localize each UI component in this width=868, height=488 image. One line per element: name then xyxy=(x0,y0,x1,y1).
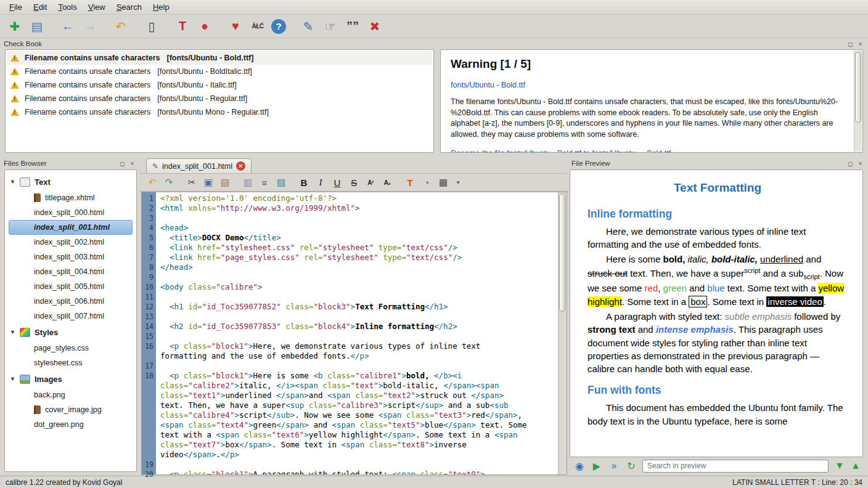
insert-tag-icon[interactable]: ◔ xyxy=(419,175,434,190)
file-item[interactable]: dot_green.png xyxy=(9,417,133,432)
file-item[interactable]: index_split_007.html xyxy=(9,309,133,323)
preview-search-input[interactable] xyxy=(642,460,829,473)
menu-edit[interactable]: Edit xyxy=(28,1,52,14)
issue-file: [fonts/Ubuntu Mono - Regular.ttf] xyxy=(157,108,269,116)
file-name: index_split_003.html xyxy=(34,253,104,261)
menu-view[interactable]: View xyxy=(83,1,111,14)
preview-document: Text FormattingInline formattingHere, we… xyxy=(570,169,863,457)
insert-image-icon[interactable]: ▧ xyxy=(274,175,289,190)
cut-icon[interactable]: ✂ xyxy=(184,175,199,190)
editor-scrollbar[interactable] xyxy=(558,192,567,474)
menu-file[interactable]: File xyxy=(4,1,28,14)
issue-row[interactable]: Filename contains unsafe characters[font… xyxy=(7,65,432,78)
detail-scrollbar[interactable] xyxy=(854,51,862,152)
refresh-preview-icon[interactable]: ↻ xyxy=(624,459,638,473)
smarten-punctuation-icon[interactable]: ”” xyxy=(344,18,361,35)
file-item[interactable]: index_split_006.html xyxy=(9,294,133,309)
preview-heading: Text Formatting xyxy=(588,180,848,197)
float-panel-icon[interactable]: ◻ xyxy=(846,40,854,48)
issue-row[interactable]: Filename contains unsafe characters[font… xyxy=(7,51,432,65)
underline-icon[interactable]: U xyxy=(330,175,345,190)
insert-file-icon[interactable]: ▥ xyxy=(240,175,255,190)
table-dropdown-icon[interactable]: ▾ xyxy=(452,175,467,190)
code-line: text. Then, we have a super<sup class="c… xyxy=(160,401,558,410)
file-item[interactable]: index_split_005.html xyxy=(9,279,133,294)
file-item[interactable]: index_split_000.html xyxy=(9,205,133,220)
spell-check-icon[interactable]: ☞ xyxy=(322,18,339,35)
issue-row[interactable]: Filename contains unsafe characters[font… xyxy=(7,92,432,105)
menu-tools[interactable]: Tools xyxy=(52,1,82,14)
superscript-icon[interactable]: A² xyxy=(363,175,378,190)
bold-icon[interactable]: B xyxy=(297,175,311,190)
issue-row[interactable]: Filename contains unsafe characters[font… xyxy=(7,105,432,119)
file-item[interactable]: page_styles.css xyxy=(9,341,133,356)
file-item[interactable]: titlepage.xhtml xyxy=(9,190,133,205)
code-line: class="text7">box</span>. Some text in <… xyxy=(160,440,558,450)
find-prev-icon[interactable]: ▲ xyxy=(849,459,862,473)
close-tab-icon[interactable]: × xyxy=(236,161,245,171)
check-book-title: Check Book xyxy=(4,40,42,47)
float-panel-icon[interactable]: ◻ xyxy=(118,160,126,168)
italic-icon[interactable]: I xyxy=(313,175,328,190)
insert-table-icon[interactable]: ▦ xyxy=(436,175,451,190)
close-panel-icon[interactable]: × xyxy=(128,160,136,168)
special-character-icon[interactable]: T xyxy=(403,175,417,190)
detail-scrollbar-thumb[interactable] xyxy=(855,52,861,123)
warning-icon xyxy=(10,108,19,116)
file-name: back.png xyxy=(34,391,65,399)
text-tools-icon[interactable]: T xyxy=(174,18,191,35)
file-item[interactable]: index_split_004.html xyxy=(9,264,133,279)
code-line xyxy=(160,460,558,470)
close-panel-icon[interactable]: × xyxy=(856,160,864,168)
device-preview-icon[interactable]: ▯ xyxy=(143,18,160,35)
code-editor[interactable]: <?xml version='1.0' encoding='utf-8'?><h… xyxy=(156,192,558,474)
files-section-text[interactable]: ▼Text xyxy=(7,173,134,190)
tab-index-split-001[interactable]: ✎ index_split_001.html × xyxy=(146,158,252,173)
sort-list-icon[interactable]: ≡ xyxy=(257,175,272,190)
files-browser-title: Files Browser xyxy=(4,160,47,167)
manage-fonts-icon[interactable]: ÀŁĆ xyxy=(249,18,266,35)
copy-icon[interactable]: ▣ xyxy=(201,175,216,190)
check-book-icon[interactable]: ● xyxy=(196,18,213,35)
redo-icon[interactable]: ↷ xyxy=(162,175,176,190)
new-file-icon[interactable]: ✚ xyxy=(6,18,23,35)
files-section-images[interactable]: ▼Images xyxy=(7,370,134,388)
code-line: <body class="calibre"> xyxy=(160,282,558,292)
close-panel-icon[interactable]: × xyxy=(856,40,864,48)
file-item[interactable]: cover_image.jpg xyxy=(9,402,133,417)
menu-search[interactable]: Search xyxy=(111,1,147,14)
files-tree: ▼Texttitlepage.xhtmlindex_split_000.html… xyxy=(4,169,137,472)
code-line: class="text1">underlined </span>and <spa… xyxy=(160,391,558,401)
editor-scrollbar-thumb[interactable] xyxy=(559,193,565,312)
file-item[interactable]: stylesheet.css xyxy=(9,356,133,370)
issue-fix-link[interactable]: Rename the file fonts/Ubuntu - Bold.ttf … xyxy=(451,148,671,153)
file-name: stylesheet.css xyxy=(34,359,83,367)
find-next-icon[interactable]: ▼ xyxy=(833,459,846,473)
strikethrough-icon[interactable]: S xyxy=(346,175,361,190)
issue-file-link[interactable]: fonts/Ubuntu - Bold.ttf xyxy=(451,80,525,91)
back-icon[interactable]: ← xyxy=(59,18,76,35)
save-icon[interactable]: ▤ xyxy=(28,18,46,35)
issue-file: [fonts/Ubuntu - BoldItalic.ttf] xyxy=(157,67,252,76)
file-item[interactable]: index_split_001.html xyxy=(9,220,133,235)
remove-unused-css-icon[interactable]: ✖ xyxy=(366,18,383,35)
open-in-browser-icon[interactable]: ◉ xyxy=(573,459,586,473)
paste-icon[interactable]: ▤ xyxy=(218,175,232,190)
subscript-icon[interactable]: A₂ xyxy=(380,175,395,190)
run-preview-icon[interactable]: ▶ xyxy=(590,459,604,473)
help-icon[interactable]: ? xyxy=(271,19,286,34)
float-panel-icon[interactable]: ◻ xyxy=(846,160,854,168)
menu-help[interactable]: Help xyxy=(147,1,175,14)
issue-row[interactable]: Filename contains unsafe characters[font… xyxy=(7,78,432,92)
file-item[interactable]: index_split_003.html xyxy=(9,250,133,264)
edit-toc-icon[interactable]: ✎ xyxy=(300,18,317,35)
donate-icon[interactable]: ♥ xyxy=(227,18,244,35)
file-item[interactable]: index_split_002.html xyxy=(9,235,133,250)
file-item[interactable]: back.png xyxy=(9,388,133,402)
undo-icon[interactable]: ↶ xyxy=(145,175,160,190)
sync-position-icon[interactable]: » xyxy=(607,459,621,473)
files-section-styles[interactable]: ▼Styles xyxy=(7,323,134,341)
undo-icon[interactable]: ↶ xyxy=(112,18,129,35)
file-name: index_split_004.html xyxy=(34,267,104,276)
forward-icon[interactable]: → xyxy=(81,18,99,35)
